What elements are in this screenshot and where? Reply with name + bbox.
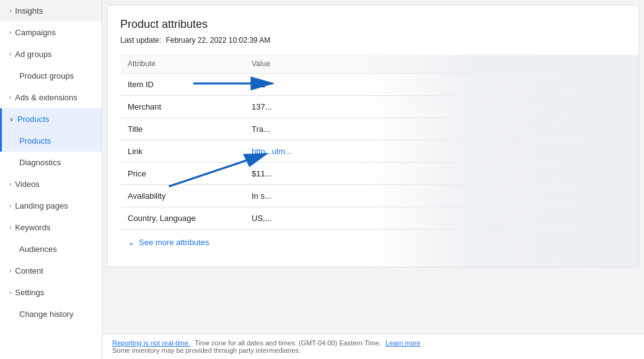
see-more-label: See more attributes	[139, 238, 209, 247]
sidebar-item-label: Ad groups	[15, 50, 51, 59]
sidebar-item-label: Insights	[15, 6, 43, 15]
last-update-label: Last update:	[120, 36, 161, 45]
content-area: Product attributes Last update: February…	[102, 0, 644, 334]
sidebar-item-label: Products	[19, 136, 51, 145]
value-cell: $11...	[244, 163, 626, 185]
sidebar-item-campaigns[interactable]: › Campaigns	[0, 22, 102, 43]
chevron-down-icon: ∨	[9, 116, 14, 123]
sidebar-item-content[interactable]: › Content	[0, 260, 102, 282]
sidebar-item-label: Audiences	[19, 244, 57, 254]
value-cell: bt-1	[244, 74, 626, 96]
sidebar-item-label: Diagnostics	[19, 158, 61, 167]
sidebar-item-videos[interactable]: › Videos	[0, 173, 102, 195]
sidebar-item-label: Change history	[19, 309, 73, 319]
chevron-right-icon: ›	[9, 181, 11, 188]
reporting-link[interactable]: Reporting is not real-time.	[112, 339, 190, 347]
sidebar-item-label: Product groups	[19, 71, 74, 80]
main-content: Product attributes Last update: February…	[102, 0, 644, 359]
sidebar: › Insights › Campaigns › Ad groups Produ…	[0, 0, 102, 359]
last-update-date: February 22, 2022 10:02:39 AM	[165, 36, 270, 45]
last-update-row: Last update: February 22, 2022 10:02:39 …	[120, 36, 626, 45]
attribute-cell: Country, Language	[120, 207, 244, 230]
value-cell: Tra...	[244, 118, 626, 141]
chevron-right-icon: ›	[9, 29, 11, 36]
expand-icon: ⌄	[128, 237, 135, 247]
see-more-button[interactable]: ⌄ See more attributes	[120, 229, 626, 254]
chevron-right-icon: ›	[9, 224, 11, 231]
footer-note: Some inventory may be provided through p…	[112, 347, 301, 354]
sidebar-item-label: Ads & extensions	[15, 93, 77, 102]
sidebar-item-product-groups[interactable]: Product groups	[0, 65, 102, 87]
col-header-value: Value	[244, 54, 626, 74]
sidebar-item-label: Videos	[15, 180, 40, 189]
sidebar-item-label: Keywords	[15, 223, 50, 232]
table-row: Merchant137...	[120, 96, 626, 118]
sidebar-item-insights[interactable]: › Insights	[0, 0, 102, 22]
value-cell: US,...	[244, 207, 626, 230]
chevron-right-icon: ›	[9, 202, 11, 209]
attribute-cell: Merchant	[120, 96, 244, 118]
attribute-cell: Availability	[120, 185, 244, 207]
chevron-right-icon: ›	[9, 289, 11, 296]
sidebar-item-settings[interactable]: › Settings	[0, 282, 102, 303]
value-cell: 137...	[244, 96, 626, 118]
table-row: AvailabilityIn s...	[120, 185, 626, 207]
sidebar-item-diagnostics[interactable]: Diagnostics	[0, 152, 102, 173]
sidebar-item-label: Content	[15, 266, 43, 275]
sidebar-item-products-child[interactable]: Products	[0, 130, 102, 152]
learn-more-link[interactable]: Learn more	[386, 339, 420, 347]
sidebar-item-ads-extensions[interactable]: › Ads & extensions	[0, 87, 102, 108]
sidebar-item-label: Products	[17, 115, 49, 124]
sidebar-item-label: Campaigns	[15, 28, 56, 37]
value-cell: In s...	[244, 185, 626, 207]
attribute-cell: Item ID	[120, 74, 244, 96]
col-header-attribute: Attribute	[120, 54, 244, 74]
chevron-right-icon: ›	[9, 267, 11, 274]
attribute-cell: Title	[120, 118, 244, 141]
attribute-cell: Link	[120, 141, 244, 163]
chevron-right-icon: ›	[9, 7, 11, 14]
sidebar-item-products-parent[interactable]: ∨ Products	[0, 108, 102, 130]
table-row: Price$11...	[120, 163, 626, 185]
sidebar-item-change-history[interactable]: Change history	[0, 303, 102, 325]
sidebar-item-keywords[interactable]: › Keywords	[0, 217, 102, 238]
value-cell[interactable]: http...utm...	[244, 141, 626, 163]
sidebar-item-label: Settings	[15, 288, 44, 297]
sidebar-item-label: Landing pages	[15, 201, 68, 210]
table-row: TitleTra...	[120, 118, 626, 141]
attributes-table: Attribute Value Item IDbt-1Merchant137..…	[120, 54, 626, 229]
chevron-right-icon: ›	[9, 94, 11, 101]
sidebar-item-ad-groups[interactable]: › Ad groups	[0, 43, 102, 65]
timezone-text: Time zone for all dates and times: (GMT-…	[195, 339, 381, 347]
sidebar-item-landing-pages[interactable]: › Landing pages	[0, 195, 102, 217]
table-row: Country, LanguageUS,...	[120, 207, 626, 230]
footer: Reporting is not real-time. Time zone fo…	[102, 334, 644, 359]
product-attributes-panel: Product attributes Last update: February…	[107, 5, 639, 267]
attribute-cell: Price	[120, 163, 244, 185]
chevron-right-icon: ›	[9, 51, 11, 58]
table-row: Linkhttp...utm...	[120, 141, 626, 163]
table-row: Item IDbt-1	[120, 74, 626, 96]
sidebar-item-audiences[interactable]: Audiences	[0, 238, 102, 260]
panel-title: Product attributes	[120, 18, 626, 31]
